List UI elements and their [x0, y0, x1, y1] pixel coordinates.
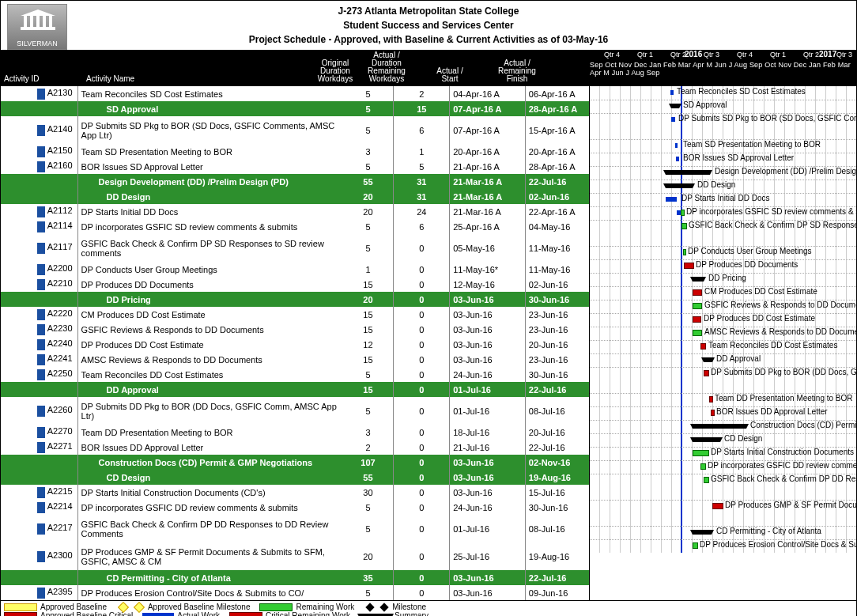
table-row: A2270Team DD Presentation Meeting to BOR…	[1, 425, 590, 440]
gantt-row: CD Design	[590, 433, 856, 448]
gantt-bar	[681, 223, 687, 229]
gantt-row: GSFIC Back Check & Confirm DP SD Respons…	[590, 220, 856, 247]
swatch-baseline-crit	[4, 612, 37, 617]
gantt-row: DP Starts Initial Construction Documents…	[590, 447, 856, 461]
table-row: A2217GSFIC Back Check & Confirm DP DD Re…	[1, 515, 590, 542]
gantt-row: DP Produces Erosion Control/Site Docs & …	[590, 539, 856, 553]
col-orig-dur: Original Duration Workdays	[311, 58, 360, 85]
gantt-bar	[700, 343, 706, 350]
section-row: DD Approval15001-Jul-1622-Jul-16	[1, 382, 590, 397]
gantt-row: Construction Docs (CD) Permit & GMP N	[590, 420, 856, 434]
gantt-label: DP Produces DD Cost Estimate	[704, 314, 815, 323]
gantt-label: DP Starts Initial DD Docs	[681, 194, 770, 202]
gantt-label: Team Reconciles SD Cost Estimates	[677, 87, 806, 96]
gantt-label: DP Starts Initial Construction Documents…	[711, 448, 856, 456]
gantt-label: DP Produces Erosion Control/Site Docs & …	[700, 540, 856, 549]
gantt-bar	[666, 170, 710, 175]
gantt-row: BOR Issues DD Approval Letter	[590, 406, 856, 421]
qtr: Qtr 2	[670, 51, 686, 59]
gantt-bar	[704, 357, 712, 362]
gantt-bar	[693, 303, 702, 309]
table-row: A2260DP Submits DD Pkg to BOR (DD Docs, …	[1, 397, 590, 425]
qtr: Qtr 3	[836, 51, 852, 59]
swatch-baseline	[4, 603, 37, 611]
gantt-row: DP Produces GMP & SF Permit Documents & …	[590, 500, 856, 527]
gantt-label: DP incorporates GSFIC DD review comments…	[708, 461, 856, 470]
gantt-bar	[693, 316, 701, 323]
gantt-label: DP Submits SD Pkg to BOR (SD Docs, GSFIC…	[678, 114, 856, 123]
section-row: DD Design203121-Mar-16 A02-Jun-16	[1, 189, 590, 204]
gantt-label: DP Conducts User Group Meetings	[688, 247, 812, 255]
gantt-bar	[671, 117, 675, 122]
table-row: A2117GSFIC Back Check & Confirm DP SD Re…	[1, 234, 590, 262]
gantt-bar	[670, 90, 674, 95]
col-actual-dur: Actual / Duration Remaining Workdays	[360, 50, 413, 85]
table-row: A2230GSFIC Reviews & Responds to DD Docu…	[1, 322, 590, 337]
gantt-bar	[676, 157, 679, 161]
gantt-label: DP Submits DD Pkg to BOR (DD Docs, GSFIC…	[711, 368, 856, 376]
section-row: Design Development (DD) /Prelim Design (…	[1, 174, 590, 189]
year-2017: 2017	[819, 50, 836, 59]
legend: Approved Baseline Approved Baseline Mile…	[1, 600, 856, 616]
col-activity-id: Activity ID	[1, 74, 83, 85]
swatch-crit-remain	[229, 612, 262, 617]
table-row: A2300DP Produces GMP & SF Permit Documen…	[1, 542, 590, 570]
swatch-remaining	[259, 603, 293, 611]
svg-rect-5	[49, 16, 52, 27]
year-2016: 2016	[685, 50, 702, 59]
gantt-bar	[693, 424, 746, 429]
table-row: A2130Team Reconciles SD Cost Estimates52…	[1, 86, 590, 101]
table-row: A2220CM Produces DD Cost Estimate15003-J…	[1, 307, 590, 322]
diamond-milestone	[366, 603, 375, 611]
table-row: A2214DP incorporates GSFIC DD review com…	[1, 500, 590, 515]
qtr: Qtr 1	[770, 51, 786, 59]
table-row: A2271BOR Issues DD Approval Letter2021-J…	[1, 440, 590, 455]
diamond-icon	[380, 603, 389, 611]
table-row: A2241AMSC Reviews & Responds to DD Docum…	[1, 352, 590, 367]
column-header: Activity ID Activity Name Original Durat…	[1, 50, 856, 86]
gantt-row: DP Conducts User Group Meetings	[590, 246, 856, 260]
gantt-label: Team DD Presentation Meeting to BOR	[715, 394, 853, 402]
col-rem-finish: Actual / Remaining Finish	[486, 58, 548, 85]
gantt-label: Team Reconciles DD Cost Estimates	[708, 341, 837, 350]
table-row: A2250Team Reconciles DD Cost Estimates50…	[1, 367, 590, 382]
gantt-row: DD Approval	[590, 353, 856, 368]
col-rem-start: Actual / Start	[413, 66, 486, 85]
gantt-label: SD Approval	[683, 100, 727, 109]
gantt-row: CM Produces DD Cost Estimate	[590, 286, 856, 300]
svg-rect-1	[24, 16, 27, 27]
gantt-label: Construction Docs (CD) Permit & GMP N	[750, 421, 856, 429]
gantt-row: SD Approval	[590, 100, 856, 114]
gantt-label: DP Produces DD Documents	[696, 260, 798, 269]
gantt-bar	[712, 503, 723, 509]
table-row: A2114DP incorporates GSFIC SD review com…	[1, 219, 590, 234]
gantt-row: DD Design	[590, 180, 856, 194]
gantt-bar	[671, 104, 679, 108]
gantt-row: DP incorporates GSFIC SD review comments…	[590, 206, 856, 221]
section-row: Construction Docs (CD) Permit & GMP Nego…	[1, 455, 590, 470]
logo: SILVERMAN	[7, 4, 67, 50]
table-row: A2240DP Produces DD Cost Estimate12003-J…	[1, 337, 590, 352]
gantt-bar	[681, 210, 685, 216]
gantt-row: DP Submits DD Pkg to BOR (DD Docs, GSFIC…	[590, 367, 856, 394]
gantt-row: DP Starts Initial DD Docs	[590, 193, 856, 207]
table-row: A2112DP Starts Initial DD Docs202421-Mar…	[1, 204, 590, 219]
section-row: CD Design55003-Jun-1619-Aug-16	[1, 470, 590, 485]
gantt-bar	[700, 463, 706, 470]
qtr: Qtr 2	[803, 51, 819, 59]
svg-rect-0	[21, 27, 55, 30]
gantt-row: GSFIC Reviews & Responds to DD Documents	[590, 300, 856, 314]
legend-baseline-mile: Approved Baseline Milestone	[148, 603, 251, 611]
gantt-label: GSFIC Back Check & Confirm DP SD Respons…	[689, 221, 856, 229]
gantt-bar	[693, 289, 702, 296]
legend-actual: Actual Work	[177, 611, 220, 616]
gantt-row: BOR Issues SD Approval Letter	[590, 153, 856, 167]
gantt-bar	[693, 330, 702, 336]
gantt-label: DD Pricing	[708, 274, 746, 282]
gantt-bar	[693, 277, 704, 282]
gantt-label: DP Produces GMP & SF Permit Documents & …	[725, 501, 856, 509]
gantt-bar	[704, 370, 709, 376]
gantt-row: Team DD Presentation Meeting to BOR	[590, 393, 856, 407]
gantt-row: DP Submits SD Pkg to BOR (SD Docs, GSFIC…	[590, 113, 856, 140]
legend-milestone: Milestone	[392, 603, 426, 611]
